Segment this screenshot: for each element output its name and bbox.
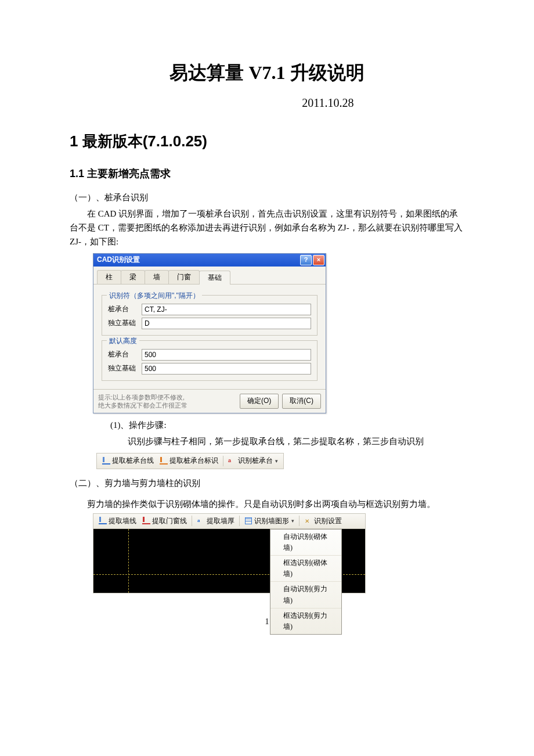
step-heading: (1)、操作步骤: [110,418,464,432]
btn-extract-pile-line-label: 提取桩承台线 [112,455,154,466]
para-item-1: （一）、桩承台识别 [70,190,464,204]
dialog-title-text: CAD识别设置 [97,254,140,265]
btn-recognize-settings-label: 识别设置 [314,516,342,527]
btn-extract-wall-line[interactable]: 提取墙线 [96,515,139,527]
menu-auto-shear[interactable]: 自动识别(剪力墙) [270,582,341,608]
toolbar-separator-2 [192,516,192,526]
cad-guide-v [128,529,129,593]
extract-thickness-icon [197,517,205,525]
para-2-text: 剪力墙的操作类似于识别砌体墙的操作。只是自动识别时多出两项自动与框选识别剪力墙。 [70,497,464,511]
group-default-height-title: 默认高度 [107,336,139,347]
dialog-titlebar: CAD识别设置 ? × [93,254,326,267]
input-isolated-footing[interactable]: D [142,318,311,329]
cancel-button[interactable]: 取消(C) [282,394,321,408]
close-icon[interactable]: × [313,255,324,265]
cad-viewport: 自动识别(砌体墙) 框选识别(砌体墙) 自动识别(剪力墙) 框选识别(剪力墙) [93,529,366,593]
input-pile-cap[interactable]: CT, ZJ- [142,304,311,315]
doc-date: 2011.10.28 [192,93,464,112]
recognize-dropdown: 自动识别(砌体墙) 框选识别(砌体墙) 自动识别(剪力墙) 框选识别(剪力墙) [270,529,342,635]
chevron-down-icon: ▾ [275,457,278,465]
toolbar-separator-4 [299,516,300,526]
tab-jichu[interactable]: 基础 [199,271,230,285]
btn-recognize-wall-shape[interactable]: 识别墙图形 ▾ [242,515,297,527]
btn-recognize-settings[interactable]: 识别设置 [302,515,344,527]
ok-button[interactable]: 确定(O) [240,394,279,408]
toolbar-pile-cap: 提取桩承台线 提取桩承台标识 识别桩承台 ▾ [96,453,284,469]
para-intro: 在 CAD 识别界面，增加了一项桩承台识别，首先点击识别设置，这里有识别符号，如… [70,207,464,249]
menu-auto-masonry[interactable]: 自动识别(砌体墙) [270,530,341,556]
dialog-tabs: 柱 梁 墙 门窗 基础 [93,267,326,285]
cad-settings-dialog: CAD识别设置 ? × 柱 梁 墙 门窗 基础 识别符（多项之间用","隔开） … [93,253,326,414]
step-text: 识别步骤与柱子相同，第一步提取承台线，第二步提取名称，第三步自动识别 [110,434,464,448]
label-pile-cap: 桩承台 [108,304,142,315]
recognize-icon [228,457,236,465]
input-pile-cap-h[interactable]: 500 [142,349,311,361]
toolbar-wall: 提取墙线 提取门窗线 提取墙厚 识别墙图形 ▾ 识别设置 自动识别(砌体墙) 框… [93,513,366,593]
tab-liang[interactable]: 梁 [121,270,145,284]
tab-menchuang[interactable]: 门窗 [168,270,200,284]
btn-extract-door-window-line-label: 提取门窗线 [152,516,187,527]
btn-extract-door-window-line[interactable]: 提取门窗线 [140,515,189,527]
section-1-heading: 1 最新版本(7.1.0.25) [70,129,464,154]
toolbar-separator [223,456,223,466]
btn-extract-wall-line-label: 提取墙线 [109,516,136,527]
section-1-1-heading: 1.1 主要新增亮点需求 [70,165,464,182]
menu-box-shear[interactable]: 框选识别(剪力墙) [270,609,341,634]
toolbar-separator-3 [239,516,240,526]
extract-line-icon [102,457,110,465]
extract-label-icon [160,457,168,465]
btn-recognize-pile-label: 识别桩承台 [238,455,273,466]
btn-extract-wall-thickness[interactable]: 提取墙厚 [194,515,237,527]
label-isolated-footing: 独立基础 [108,318,142,329]
label-isolated-footing-h: 独立基础 [108,363,142,374]
group-identifiers: 识别符（多项之间用","隔开） 桩承台 CT, ZJ- 独立基础 D [102,295,317,336]
btn-extract-wall-thickness-label: 提取墙厚 [207,516,234,527]
group-identifiers-title: 识别符（多项之间用","隔开） [107,290,202,301]
recognize-shape-icon [244,517,252,525]
input-isolated-footing-h[interactable]: 500 [142,363,311,375]
btn-recognize-wall-shape-label: 识别墙图形 [254,516,289,527]
doc-title: 易达算量 V7.1 升级说明 [70,58,464,88]
tab-qiang[interactable]: 墙 [145,270,169,284]
btn-extract-pile-label-label: 提取桩承台标识 [169,455,218,466]
extract-wall-line-icon [99,517,107,525]
extract-door-line-icon [142,517,150,525]
btn-extract-pile-line[interactable]: 提取桩承台线 [100,455,156,467]
settings-icon [304,517,312,525]
para-item-2: （二）、剪力墙与剪力墙柱的识别 [70,476,464,490]
dialog-hint: 提示:以上各项参数即便不修改, 绝大多数情况下都会工作很正常 [98,393,187,410]
chevron-down-icon-2: ▾ [291,517,294,525]
label-pile-cap-h: 桩承台 [108,349,142,360]
btn-recognize-pile[interactable]: 识别桩承台 ▾ [226,455,280,467]
menu-box-masonry[interactable]: 框选识别(砌体墙) [270,556,341,582]
hint-line1: 提示:以上各项参数即便不修改, [98,393,187,401]
hint-line2: 绝大多数情况下都会工作很正常 [98,401,187,409]
help-icon[interactable]: ? [300,255,312,265]
group-default-height: 默认高度 桩承台 500 独立基础 500 [102,340,317,381]
page-number: 1 [70,615,464,628]
tab-zhu[interactable]: 柱 [97,270,121,284]
btn-extract-pile-label[interactable]: 提取桩承台标识 [157,455,221,467]
